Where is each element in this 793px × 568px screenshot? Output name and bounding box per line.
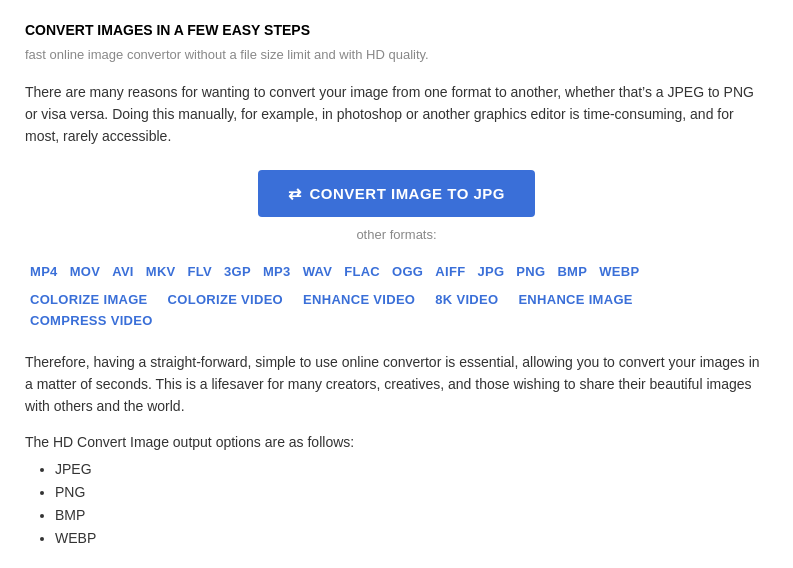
body-text-1: Therefore, having a straight-forward, si…: [25, 351, 768, 418]
format-link-avi[interactable]: AVI: [112, 262, 134, 282]
feature-link-enhance-video[interactable]: ENHANCE VIDEO: [303, 290, 415, 310]
output-list-item: JPEG: [55, 459, 768, 480]
output-list-item: PNG: [55, 482, 768, 503]
list-section: The HD Convert Image output options are …: [25, 432, 768, 549]
format-link-mp4[interactable]: MP4: [30, 262, 58, 282]
output-list-item: BMP: [55, 505, 768, 526]
output-list: JPEGPNGBMPWEBP: [55, 459, 768, 549]
format-link-aiff[interactable]: AIFF: [435, 262, 465, 282]
page-title: CONVERT IMAGES IN A FEW EASY STEPS: [25, 20, 768, 41]
format-link-mkv[interactable]: MKV: [146, 262, 176, 282]
format-link-flac[interactable]: FLAC: [344, 262, 380, 282]
format-link-ogg[interactable]: OGG: [392, 262, 423, 282]
format-link-mp3[interactable]: MP3: [263, 262, 291, 282]
format-link-3gp[interactable]: 3GP: [224, 262, 251, 282]
subtitle: fast online image convertor without a fi…: [25, 45, 768, 65]
feature-link-colorize-image[interactable]: COLORIZE IMAGE: [30, 290, 148, 310]
format-link-jpg[interactable]: JPG: [477, 262, 504, 282]
format-links-container: MP4MOVAVIMKVFLV3GPMP3WAVFLACOGGAIFFJPGPN…: [25, 262, 768, 282]
description: There are many reasons for wanting to co…: [25, 81, 768, 148]
feature-link-enhance-image[interactable]: ENHANCE IMAGE: [518, 290, 632, 310]
format-link-wav[interactable]: WAV: [303, 262, 333, 282]
format-link-png[interactable]: PNG: [516, 262, 545, 282]
format-link-flv[interactable]: FLV: [188, 262, 213, 282]
feature-link-8k-video[interactable]: 8K VIDEO: [435, 290, 498, 310]
format-link-mov[interactable]: MOV: [70, 262, 101, 282]
feature-link-compress-video[interactable]: COMPRESS VIDEO: [30, 311, 153, 331]
convert-button[interactable]: ⇄ CONVERT IMAGE TO JPG: [258, 170, 535, 217]
format-link-bmp[interactable]: BMP: [557, 262, 587, 282]
feature-links-container: COLORIZE IMAGECOLORIZE VIDEOENHANCE VIDE…: [25, 290, 768, 331]
convert-button-label: CONVERT IMAGE TO JPG: [309, 185, 505, 202]
feature-link-colorize-video[interactable]: COLORIZE VIDEO: [168, 290, 283, 310]
convert-btn-wrapper: ⇄ CONVERT IMAGE TO JPG other formats:: [25, 170, 768, 253]
convert-arrows-icon: ⇄: [288, 184, 302, 203]
other-formats-label: other formats:: [356, 225, 436, 245]
format-link-webp[interactable]: WEBP: [599, 262, 639, 282]
output-list-item: WEBP: [55, 528, 768, 549]
list-intro: The HD Convert Image output options are …: [25, 434, 354, 450]
